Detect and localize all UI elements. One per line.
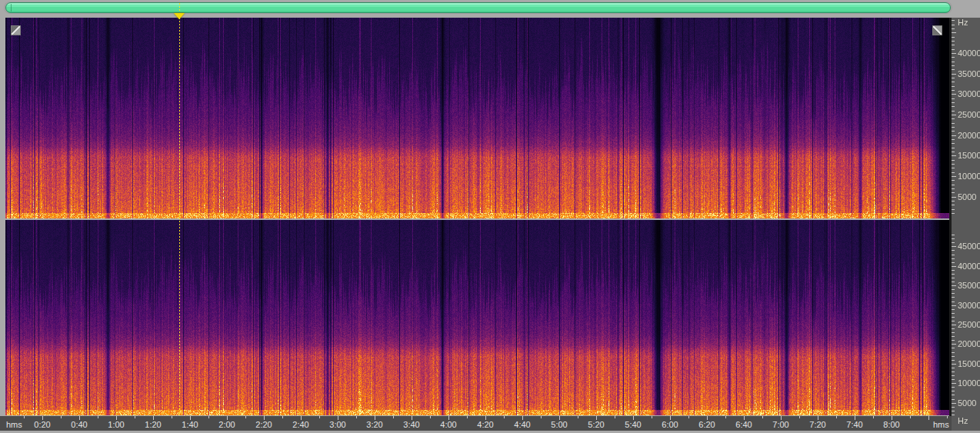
- freq-major-tick: [952, 285, 956, 286]
- freq-unit-label: Hz: [958, 416, 968, 425]
- freq-minor-tick: [952, 293, 955, 294]
- freq-minor-tick: [952, 209, 955, 210]
- time-tick-label: 6:40: [735, 420, 752, 429]
- freq-minor-tick: [952, 82, 955, 82]
- freq-minor-tick: [952, 368, 955, 368]
- freq-major-tick: [952, 344, 956, 345]
- freq-minor-tick: [952, 86, 955, 87]
- freq-major-tick: [952, 197, 956, 198]
- freq-minor-tick: [952, 45, 955, 45]
- time-minor-tick: [910, 416, 911, 418]
- freq-minor-tick: [952, 360, 955, 361]
- time-tick-label: 5:20: [588, 420, 604, 429]
- freq-minor-tick: [952, 213, 955, 214]
- playhead-line-scrollbar: [179, 3, 180, 12]
- time-tick-label: 0:20: [34, 420, 50, 429]
- scrollbar-cap-divider: [11, 4, 12, 12]
- freq-minor-tick: [952, 205, 955, 205]
- freq-tick-label: 25000: [958, 320, 980, 329]
- freq-minor-tick: [952, 411, 955, 411]
- freq-minor-tick: [952, 127, 955, 128]
- freq-minor-tick: [952, 399, 955, 400]
- time-tick-label: 5:40: [625, 420, 641, 429]
- freq-minor-tick: [952, 313, 955, 314]
- freq-minor-tick: [952, 262, 955, 263]
- time-minor-tick: [873, 416, 874, 418]
- freq-major-tick: [952, 325, 956, 325]
- freq-minor-tick: [952, 321, 955, 321]
- freq-major-tick: [952, 74, 956, 75]
- freq-minor-tick: [952, 118, 955, 119]
- freq-tick-label: 30000: [958, 301, 980, 310]
- freq-tick-label: 45000: [958, 241, 980, 251]
- freq-minor-tick: [952, 164, 955, 165]
- freq-tick-label: 20000: [958, 131, 980, 140]
- freq-minor-tick: [952, 201, 955, 202]
- freq-minor-tick: [952, 106, 955, 107]
- freq-minor-tick: [952, 111, 955, 112]
- time-tick-label: 1:40: [182, 420, 198, 429]
- freq-minor-tick: [952, 28, 955, 29]
- freq-major-tick: [952, 115, 956, 115]
- freq-minor-tick: [952, 57, 955, 58]
- freq-unit-label: Hz: [958, 18, 968, 27]
- time-tick-label: 2:00: [218, 420, 235, 429]
- freq-minor-tick: [952, 172, 955, 173]
- frequency-ruler[interactable]: 400003500030000250002000015000100005000H…: [952, 18, 980, 431]
- freq-major-tick: [952, 155, 956, 156]
- time-tick-label: 5:00: [551, 420, 567, 429]
- freq-tick-label: 35000: [958, 281, 980, 290]
- time-tick-label: 2:20: [255, 420, 272, 429]
- horizontal-scrollbar-thumb[interactable]: [5, 2, 951, 13]
- time-tick-label: 8:00: [883, 420, 899, 429]
- freq-minor-tick: [952, 98, 955, 99]
- freq-major-tick: [952, 246, 956, 247]
- freq-major-tick: [952, 176, 956, 177]
- freq-minor-tick: [952, 301, 955, 302]
- freq-minor-tick: [952, 65, 955, 66]
- time-minor-tick: [430, 416, 431, 418]
- time-tick-label: 7:40: [846, 420, 862, 429]
- time-unit-right: hms: [933, 420, 949, 429]
- freq-minor-tick: [952, 143, 955, 144]
- spectrogram-channel-right[interactable]: [5, 220, 949, 415]
- corner-handle-icon-top-left[interactable]: [11, 25, 21, 35]
- freq-minor-tick: [952, 160, 955, 161]
- time-minor-tick: [467, 416, 468, 418]
- freq-minor-tick: [952, 336, 955, 337]
- freq-tick-label: 40000: [958, 48, 980, 58]
- freq-minor-tick: [952, 131, 955, 132]
- time-tick-label: 7:00: [772, 420, 788, 429]
- freq-minor-tick: [952, 352, 955, 353]
- time-tick-label: 7:20: [809, 420, 825, 429]
- time-minor-tick: [541, 416, 542, 418]
- time-minor-tick: [652, 416, 652, 418]
- freq-major-tick: [952, 94, 956, 95]
- spectrogram-channel-left[interactable]: [5, 18, 949, 218]
- freq-minor-tick: [952, 139, 955, 140]
- freq-minor-tick: [952, 317, 955, 318]
- time-tick-label: 1:20: [145, 420, 161, 429]
- freq-minor-tick: [952, 69, 955, 70]
- time-tick-label: 3:40: [403, 420, 419, 429]
- freq-minor-tick: [952, 281, 955, 282]
- time-minor-tick: [24, 416, 25, 418]
- time-ruler[interactable]: hms hms 0:200:401:001:201:402:002:202:40…: [0, 416, 952, 431]
- freq-tick-label: 10000: [958, 378, 980, 388]
- freq-minor-tick: [952, 270, 955, 271]
- time-minor-tick: [725, 416, 726, 418]
- time-minor-tick: [319, 416, 320, 418]
- freq-minor-tick: [952, 297, 955, 298]
- freq-major-tick: [952, 305, 956, 306]
- time-minor-tick: [356, 416, 357, 418]
- time-tick-label: 4:40: [514, 420, 530, 429]
- freq-minor-tick: [952, 152, 955, 152]
- time-minor-tick: [688, 416, 689, 418]
- freq-major-tick: [952, 383, 956, 384]
- horizontal-scrollbar-track[interactable]: [4, 2, 952, 14]
- corner-handle-icon-top-right[interactable]: [932, 25, 942, 35]
- time-minor-tick: [836, 416, 837, 418]
- freq-tick-label: 5000: [958, 398, 976, 408]
- time-unit-left: hms: [6, 420, 22, 429]
- freq-major-tick: [952, 53, 956, 54]
